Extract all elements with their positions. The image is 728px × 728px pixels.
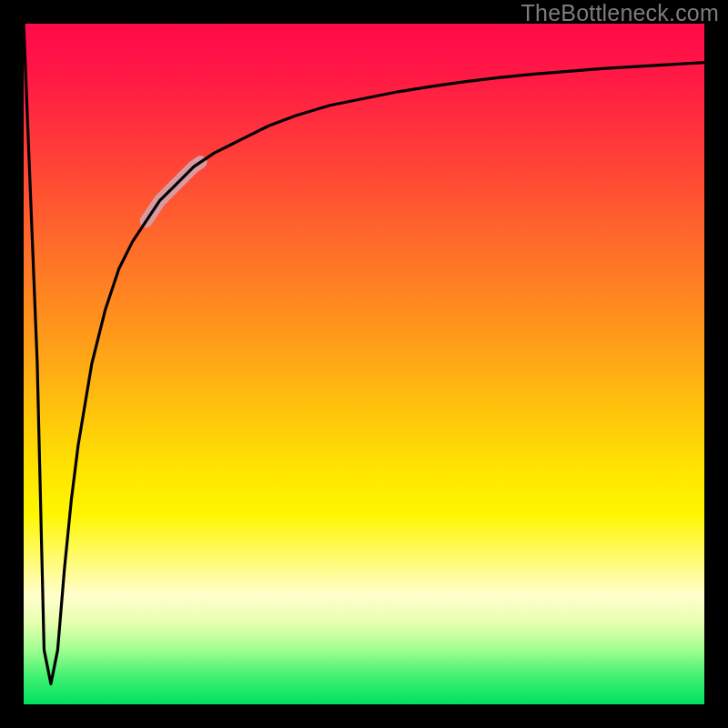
watermark-text: TheBottleneck.com (521, 0, 719, 26)
chart-plot (24, 24, 704, 704)
chart-container: TheBottleneck.com (0, 0, 728, 728)
highlight-segment (147, 162, 201, 221)
bottleneck-curve (24, 24, 704, 684)
